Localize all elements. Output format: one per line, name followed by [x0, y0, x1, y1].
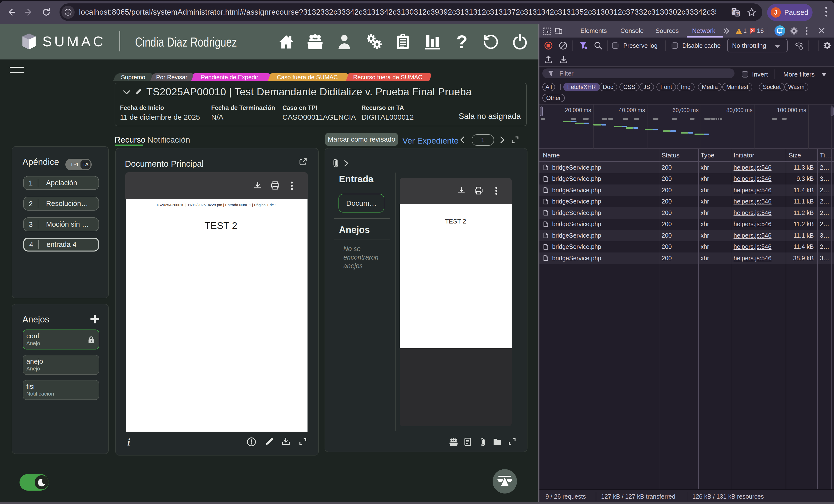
svg-text:文: 文 [736, 12, 740, 16]
